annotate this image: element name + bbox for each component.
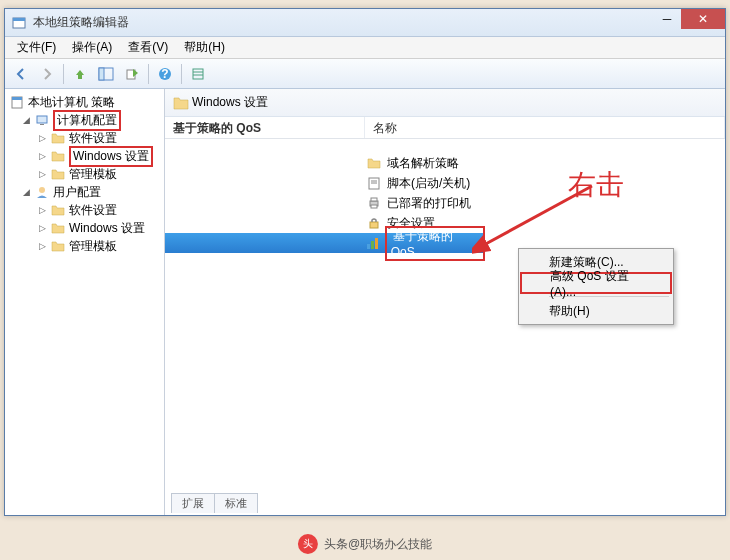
tree-admin-templates-user[interactable]: ▷ 管理模板 [7, 237, 162, 255]
folder-icon [50, 131, 66, 145]
svg-rect-23 [371, 241, 374, 249]
svg-rect-13 [40, 124, 44, 125]
context-menu: 新建策略(C)... 高级 QoS 设置(A)... 帮助(H) [518, 248, 674, 325]
folder-icon [173, 96, 189, 110]
toolbar-separator [63, 64, 64, 84]
list-area[interactable]: 域名解析策略 脚本(启动/关机) 已部署的打印机 安全设置 基于策略的 QoS [165, 139, 725, 515]
list-item-scripts[interactable]: 脚本(启动/关机) [165, 173, 725, 193]
expand-icon[interactable]: ▷ [37, 241, 48, 252]
svg-rect-7 [193, 69, 203, 79]
tree-user-config[interactable]: ◢ 用户配置 [7, 183, 162, 201]
export-button[interactable] [120, 62, 144, 86]
toolbar: ? [5, 59, 725, 89]
svg-rect-1 [13, 18, 25, 21]
toolbar-separator [148, 64, 149, 84]
svg-rect-21 [370, 222, 378, 228]
menu-help[interactable]: 帮助(H) [176, 37, 233, 58]
ctx-advanced-qos[interactable]: 高级 QoS 设置(A)... [520, 272, 672, 294]
svg-rect-11 [12, 97, 22, 100]
collapse-icon[interactable]: ◢ [21, 115, 32, 126]
up-button[interactable] [68, 62, 92, 86]
tab-standard[interactable]: 标准 [214, 493, 258, 513]
svg-point-14 [39, 187, 45, 193]
svg-rect-24 [375, 238, 378, 249]
window-controls: ─ ✕ [653, 9, 725, 29]
close-button[interactable]: ✕ [681, 9, 725, 29]
expand-icon[interactable]: ▷ [37, 223, 48, 234]
annotation-text: 右击 [568, 166, 624, 204]
user-icon [34, 185, 50, 199]
app-icon [11, 15, 27, 31]
folder-icon [50, 239, 66, 253]
menu-file[interactable]: 文件(F) [9, 37, 64, 58]
section-title: 基于策略的 QoS [165, 117, 365, 138]
svg-rect-12 [37, 116, 47, 123]
location-label: Windows 设置 [192, 94, 268, 111]
show-tree-button[interactable] [94, 62, 118, 86]
expand-icon[interactable]: ▷ [37, 133, 48, 144]
tree-root[interactable]: 本地计算机 策略 [7, 93, 162, 111]
menubar: 文件(F) 操作(A) 查看(V) 帮助(H) [5, 37, 725, 59]
policy-icon [9, 95, 25, 109]
filter-button[interactable] [186, 62, 210, 86]
watermark: 头 头条@职场办么技能 [298, 534, 432, 554]
expand-icon[interactable]: ▷ [37, 205, 48, 216]
forward-button[interactable] [35, 62, 59, 86]
tab-extended[interactable]: 扩展 [171, 493, 215, 513]
tree-software-settings[interactable]: ▷ 软件设置 [7, 129, 162, 147]
lock-icon [365, 215, 383, 231]
bottom-tabs: 扩展 标准 [171, 493, 257, 513]
list-item-qos[interactable]: 基于策略的 QoS [165, 233, 485, 253]
qos-icon [365, 235, 383, 251]
folder-icon [50, 203, 66, 217]
tree-software-settings-user[interactable]: ▷ 软件设置 [7, 201, 162, 219]
toolbar-separator [181, 64, 182, 84]
tree-panel[interactable]: 本地计算机 策略 ◢ 计算机配置 ▷ 软件设置 ▷ Windows 设置 ▷ 管… [5, 89, 165, 515]
folder-icon [365, 155, 383, 171]
back-button[interactable] [9, 62, 33, 86]
folder-icon [50, 167, 66, 181]
folder-icon [50, 149, 66, 163]
svg-rect-3 [99, 68, 104, 80]
menu-action[interactable]: 操作(A) [64, 37, 120, 58]
folder-icon [50, 221, 66, 235]
column-headers: 基于策略的 QoS 名称 [165, 117, 725, 139]
expand-icon[interactable]: ▷ [37, 169, 48, 180]
column-name[interactable]: 名称 [365, 117, 725, 138]
svg-rect-19 [371, 198, 377, 201]
watermark-icon: 头 [298, 534, 318, 554]
window-title: 本地组策略编辑器 [33, 14, 129, 31]
tree-admin-templates[interactable]: ▷ 管理模板 [7, 165, 162, 183]
svg-rect-22 [367, 244, 370, 249]
list-item-dns[interactable]: 域名解析策略 [165, 153, 725, 173]
titlebar[interactable]: 本地组策略编辑器 ─ ✕ [5, 9, 725, 37]
svg-rect-20 [371, 205, 377, 208]
printer-icon [365, 195, 383, 211]
ctx-help[interactable]: 帮助(H) [521, 300, 671, 322]
minimize-button[interactable]: ─ [653, 9, 681, 29]
tree-windows-settings-user[interactable]: ▷ Windows 设置 [7, 219, 162, 237]
watermark-text: 头条@职场办么技能 [324, 536, 432, 553]
tree-computer-config[interactable]: ◢ 计算机配置 [7, 111, 162, 129]
tree-windows-settings[interactable]: ▷ Windows 设置 [7, 147, 162, 165]
svg-text:?: ? [161, 67, 168, 81]
expand-icon[interactable]: ▷ [37, 151, 48, 162]
menu-view[interactable]: 查看(V) [120, 37, 176, 58]
collapse-icon[interactable]: ◢ [21, 187, 32, 198]
list-item-printers[interactable]: 已部署的打印机 [165, 193, 725, 213]
location-bar: Windows 设置 [165, 89, 725, 117]
computer-icon [34, 113, 50, 127]
script-icon [365, 175, 383, 191]
help-button[interactable]: ? [153, 62, 177, 86]
